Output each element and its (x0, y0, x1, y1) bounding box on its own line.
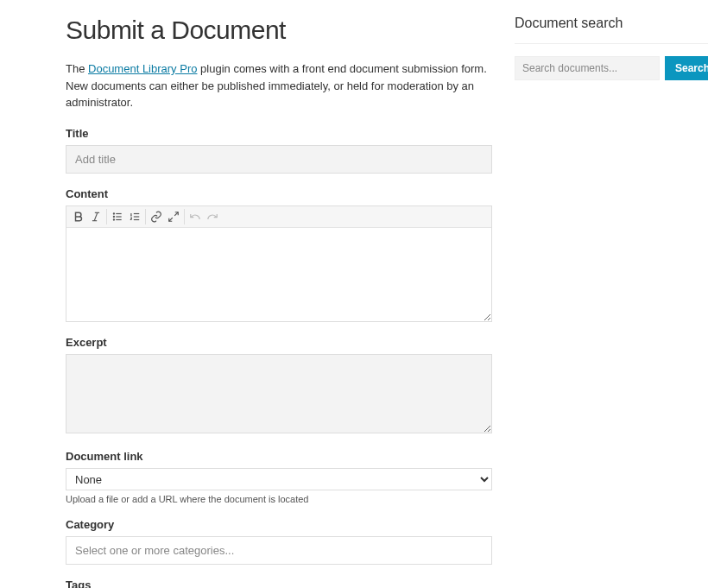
doc-library-pro-link[interactable]: Document Library Pro (88, 62, 197, 75)
document-link-label: Document link (66, 450, 492, 463)
toolbar-separator (106, 209, 107, 224)
tags-label: Tags (66, 579, 492, 589)
page-title: Submit a Document (66, 16, 492, 45)
sidebar-divider (515, 43, 708, 44)
svg-point-8 (113, 218, 114, 219)
title-label: Title (66, 127, 492, 140)
editor-toolbar (66, 206, 491, 228)
expand-icon[interactable] (165, 208, 182, 225)
document-link-select[interactable]: None (66, 468, 492, 490)
excerpt-input[interactable] (66, 354, 492, 433)
search-input[interactable] (515, 56, 660, 80)
category-label: Category (66, 518, 492, 531)
search-button[interactable]: Search (665, 56, 708, 80)
content-input[interactable] (66, 228, 491, 321)
sidebar-heading: Document search (515, 16, 708, 31)
toolbar-separator (145, 209, 146, 224)
title-input[interactable] (66, 145, 492, 174)
bold-icon[interactable] (70, 208, 87, 225)
intro-text: The Document Library Pro plugin comes wi… (66, 60, 492, 111)
rich-text-editor (66, 205, 492, 322)
undo-icon[interactable] (186, 208, 204, 225)
svg-line-2 (94, 212, 98, 220)
toolbar-separator (184, 209, 185, 224)
document-link-helper: Upload a file or add a URL where the doc… (66, 494, 492, 504)
excerpt-label: Excerpt (66, 336, 492, 349)
svg-point-7 (113, 216, 114, 217)
italic-icon[interactable] (87, 208, 104, 225)
numbered-list-icon[interactable] (126, 208, 143, 225)
category-input[interactable] (66, 536, 492, 565)
intro-before: The (66, 62, 88, 75)
redo-icon[interactable] (204, 208, 221, 225)
link-icon[interactable] (148, 208, 165, 225)
content-label: Content (66, 187, 492, 200)
svg-point-6 (113, 212, 114, 213)
bullet-list-icon[interactable] (109, 208, 126, 225)
